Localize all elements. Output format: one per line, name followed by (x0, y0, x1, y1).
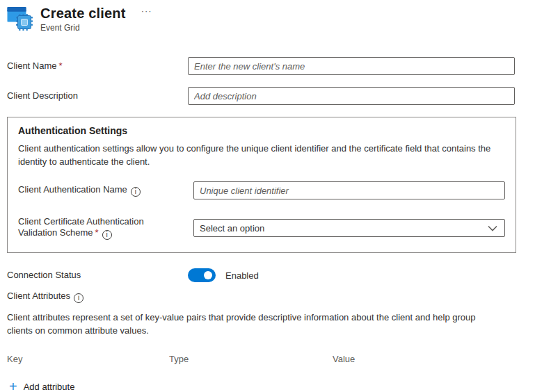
validation-scheme-select[interactable]: Select an option (193, 219, 505, 237)
required-asterisk: * (59, 60, 63, 71)
client-description-row: Client Description (0, 87, 535, 105)
connection-status-label: Connection Status (7, 270, 188, 281)
header-titles: Create client ··· Event Grid (40, 5, 152, 33)
info-icon[interactable]: i (102, 230, 112, 240)
connection-status-row: Connection Status Enabled (0, 268, 535, 282)
column-header-value: Value (333, 354, 535, 364)
client-name-input[interactable] (188, 57, 515, 75)
validation-scheme-selected-value: Select an option (200, 223, 264, 234)
column-header-type: Type (169, 354, 333, 364)
toggle-knob (204, 271, 212, 279)
attributes-table-header: Key Type Value (0, 354, 535, 364)
authentication-settings-description: Client authentication settings allow you… (18, 142, 505, 168)
client-authentication-name-label: Client Authentication Namei (18, 184, 193, 197)
info-icon[interactable]: i (131, 187, 141, 197)
client-authentication-name-row: Client Authentication Namei (18, 181, 505, 199)
info-icon[interactable]: i (74, 293, 83, 303)
create-client-form: Client Name* Client Description Authenti… (0, 57, 535, 392)
panel-header: Create client ··· Event Grid (0, 0, 535, 33)
validation-scheme-row: Client Certificate Authentication Valida… (18, 216, 505, 240)
client-attributes-description: Client attributes represent a set of key… (0, 311, 501, 337)
client-attributes-label: Client Attributesi (0, 291, 535, 303)
client-description-input[interactable] (188, 87, 515, 105)
add-attribute-label: Add attribute (24, 382, 75, 392)
authentication-settings-title: Authentication Settings (18, 125, 505, 136)
create-client-panel: Create client ··· Event Grid Client Name… (0, 0, 535, 392)
authentication-settings-group: Authentication Settings Client authentic… (7, 117, 516, 253)
client-name-row: Client Name* (0, 57, 535, 75)
client-name-label: Client Name* (7, 60, 188, 72)
client-authentication-name-input[interactable] (193, 181, 505, 199)
connection-status-toggle[interactable] (188, 268, 216, 282)
event-grid-client-icon (7, 5, 35, 33)
page-subtitle: Event Grid (40, 23, 152, 33)
page-title: Create client (40, 5, 126, 22)
plus-icon: + (9, 380, 17, 392)
more-menu-button[interactable]: ··· (141, 6, 152, 16)
connection-status-state: Enabled (225, 270, 259, 281)
client-description-label: Client Description (7, 90, 188, 101)
chevron-down-icon (488, 222, 497, 234)
validation-scheme-label: Client Certificate Authentication Valida… (18, 216, 193, 240)
required-asterisk: * (95, 227, 98, 238)
add-attribute-button[interactable]: + Add attribute (9, 380, 74, 392)
column-header-key: Key (7, 354, 169, 364)
